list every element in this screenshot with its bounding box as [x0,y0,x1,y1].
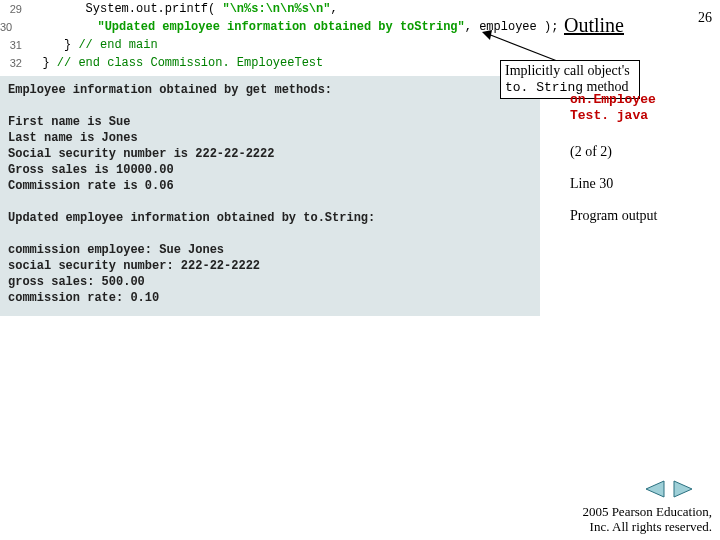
output-line: Social security number is 222-22-2222 [8,146,532,162]
file-label: on.EmployeeTest. java [570,92,720,124]
output-line: social security number: 222-22-2222 [8,258,532,274]
output-line: Commission rate is 0.06 [8,178,532,194]
code-content: } // end main [28,36,158,54]
output-line: Gross sales is 10000.00 [8,162,532,178]
output-line [8,98,532,114]
code-content: } // end class Commission. EmployeeTest [28,54,323,72]
output-line: gross sales: 500.00 [8,274,532,290]
outline-heading: Outline [564,14,624,37]
output-line: Last name is Jones [8,130,532,146]
side-note-output: Program output [570,208,658,224]
side-note-page: (2 of 2) [570,144,612,160]
page-number: 26 [698,10,712,26]
side-note-line: Line 30 [570,176,613,192]
code-block: 29 System.out.printf( "\n%s:\n\n%s\n",30… [0,0,540,72]
output-line: commission employee: Sue Jones [8,242,532,258]
code-line: 31 } // end main [0,36,540,54]
svg-marker-2 [646,481,664,497]
nav-icons [644,480,694,498]
output-line: First name is Sue [8,114,532,130]
output-line: Employee information obtained by get met… [8,82,532,98]
svg-marker-3 [674,481,692,497]
line-number: 30 [0,18,18,36]
output-line: Updated employee information obtained by… [8,210,532,226]
copyright: 2005 Pearson Education,Inc. All rights r… [582,504,712,534]
code-content: System.out.printf( "\n%s:\n\n%s\n", [28,0,338,18]
callout-text-1: Implicitly call object's [505,63,630,78]
line-number: 32 [0,54,28,72]
line-number: 29 [0,0,28,18]
next-icon[interactable] [672,480,694,498]
output-line: commission rate: 0.10 [8,290,532,306]
code-line: 29 System.out.printf( "\n%s:\n\n%s\n", [0,0,540,18]
output-line [8,194,532,210]
code-line: 32 } // end class Commission. EmployeeTe… [0,54,540,72]
prev-icon[interactable] [644,480,666,498]
program-output: Employee information obtained by get met… [0,76,540,316]
code-line: 30 "Updated employee information obtaine… [0,18,540,36]
output-line [8,226,532,242]
line-number: 31 [0,36,28,54]
code-content: "Updated employee information obtained b… [18,18,558,36]
